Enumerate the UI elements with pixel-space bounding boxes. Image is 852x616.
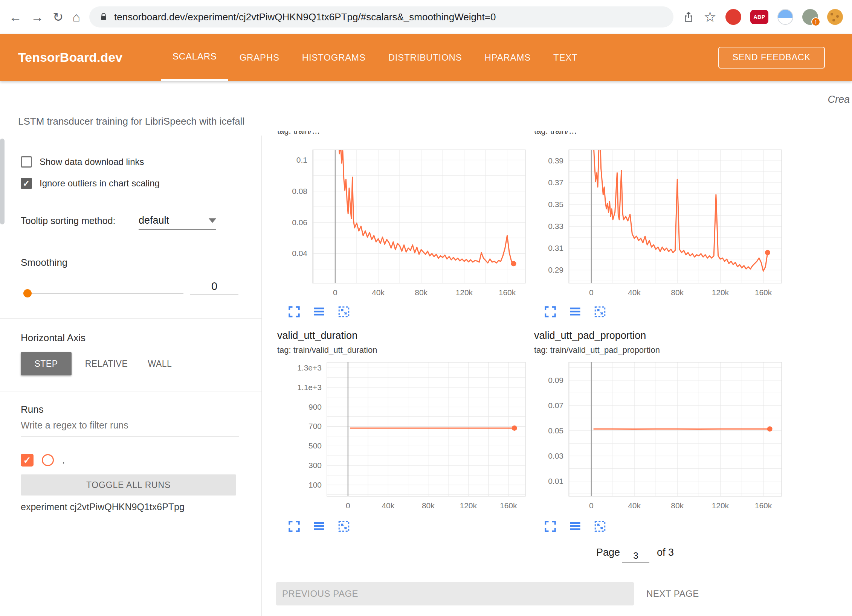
cookie-extension-icon[interactable] [827, 9, 843, 25]
checkbox-label: Ignore outliers in chart scaling [40, 178, 160, 189]
forward-icon[interactable]: → [31, 11, 44, 23]
run-row[interactable]: ✓ . [21, 454, 65, 467]
fit-domain-icon[interactable] [593, 520, 607, 533]
previous-page-button[interactable]: PREVIOUS PAGE [276, 582, 634, 605]
svg-text:80k: 80k [671, 501, 684, 510]
expand-chart-icon[interactable] [287, 520, 301, 533]
bookmark-star-icon[interactable]: ☆ [704, 10, 716, 24]
cookie-dot [831, 13, 833, 15]
tab-scalars[interactable]: SCALARS [161, 34, 228, 81]
axis-wall-button[interactable]: WALL [140, 352, 180, 375]
profile-badge: 1 [811, 17, 820, 26]
chart-tag: tag: train/valid_utt_duration [277, 345, 377, 355]
svg-text:0.01: 0.01 [548, 477, 563, 485]
send-feedback-button[interactable]: SEND FEEDBACK [718, 47, 825, 69]
tab-distributions[interactable]: DISTRIBUTIONS [377, 34, 473, 81]
run-color-swatch-icon [42, 454, 54, 466]
expand-chart-icon[interactable] [287, 305, 301, 319]
page-of-label: of 3 [657, 547, 674, 558]
tooltip-sort-dropdown[interactable]: default [139, 215, 216, 230]
blue-extension-icon[interactable] [777, 9, 793, 25]
svg-text:1.3e+3: 1.3e+3 [297, 363, 322, 372]
view-run-data-icon[interactable] [568, 305, 582, 319]
tooltip-sort-label: Tooltip sorting method: [21, 215, 116, 226]
check-icon: ✓ [23, 455, 31, 466]
fit-domain-icon[interactable] [593, 305, 607, 319]
url-bar[interactable]: tensorboard.dev/experiment/cj2vtPiwQHKN9… [89, 6, 673, 27]
svg-text:120k: 120k [712, 501, 729, 510]
svg-text:80k: 80k [415, 288, 428, 297]
svg-text:120k: 120k [712, 288, 729, 297]
axis-step-button[interactable]: STEP [21, 352, 72, 375]
svg-text:0.37: 0.37 [548, 178, 563, 187]
run-name: . [62, 454, 65, 466]
svg-text:40k: 40k [372, 288, 385, 297]
main-nav: SCALARS GRAPHS HISTOGRAMS DISTRIBUTIONS … [161, 34, 589, 81]
brand-logo[interactable]: TensorBoard.dev [18, 50, 142, 65]
scalar-chart-1[interactable]: 040k80k120k160k0.040.060.080.1 [256, 143, 535, 301]
svg-text:0.05: 0.05 [548, 426, 563, 435]
adblock-extension-icon[interactable] [725, 9, 741, 25]
svg-text:0: 0 [333, 288, 337, 297]
page-number-input[interactable]: 3 [622, 547, 649, 563]
svg-text:0.29: 0.29 [548, 265, 563, 274]
experiment-title: LSTM transducer training for LibriSpeech… [18, 116, 244, 127]
scalar-chart-4[interactable]: 040k80k120k160k0.010.030.050.070.09 [512, 355, 791, 514]
dropdown-arrow-icon [209, 218, 216, 223]
chart-1-toolbar [287, 305, 351, 319]
chart-4-header: valid_utt_pad_proportion tag: train/vali… [534, 330, 660, 355]
svg-text:0.35: 0.35 [548, 200, 563, 209]
share-icon[interactable] [683, 11, 695, 23]
scalar-chart-2[interactable]: 040k80k120k160k0.290.310.330.350.370.39 [512, 143, 791, 301]
show-download-links-checkbox[interactable]: Show data download links [21, 156, 144, 168]
tab-hparams[interactable]: HPARAMS [473, 34, 542, 81]
svg-text:0.06: 0.06 [292, 218, 307, 227]
abp-extension-icon[interactable]: ABP [750, 10, 768, 24]
svg-text:0: 0 [346, 501, 350, 510]
next-page-button[interactable]: NEXT PAGE [640, 582, 705, 605]
experiment-id-label: experiment cj2vtPiwQHKN9Q1tx6PTpg [21, 502, 185, 512]
svg-text:0: 0 [589, 288, 594, 297]
scalar-chart-3[interactable]: 040k80k120k160k1003005007009001.1e+31.3e… [256, 355, 535, 514]
view-run-data-icon[interactable] [312, 305, 326, 319]
axis-relative-button[interactable]: RELATIVE [79, 352, 134, 375]
browser-chrome: ← → ↻ ⌂ tensorboard.dev/experiment/cj2vt… [0, 0, 852, 34]
expand-chart-icon[interactable] [544, 520, 557, 533]
runs-filter-input[interactable] [21, 420, 239, 436]
svg-text:160k: 160k [755, 288, 772, 297]
toggle-all-runs-button[interactable]: TOGGLE ALL RUNS [21, 474, 236, 496]
back-icon[interactable]: ← [9, 11, 22, 23]
fit-domain-icon[interactable] [337, 520, 351, 533]
view-run-data-icon[interactable] [568, 520, 582, 533]
app-header: TensorBoard.dev SCALARS GRAPHS HISTOGRAM… [0, 34, 852, 81]
svg-text:0.08: 0.08 [292, 187, 307, 195]
clipped-right-text: Crea [828, 94, 850, 105]
svg-text:0.33: 0.33 [548, 222, 563, 230]
expand-chart-icon[interactable] [544, 305, 557, 319]
svg-text:0.09: 0.09 [548, 376, 563, 384]
ignore-outliers-checkbox[interactable]: ✓ Ignore outliers in chart scaling [21, 178, 160, 189]
view-run-data-icon[interactable] [312, 520, 326, 533]
smoothing-slider-thumb[interactable] [23, 289, 32, 297]
profile-avatar[interactable]: 1 [802, 9, 818, 25]
home-icon[interactable]: ⌂ [73, 11, 81, 23]
tab-graphs[interactable]: GRAPHS [228, 34, 291, 81]
fit-domain-icon[interactable] [337, 305, 351, 319]
chart-tag: tag: train/valid_utt_pad_proportion [534, 345, 660, 355]
svg-text:900: 900 [308, 403, 322, 411]
svg-text:120k: 120k [460, 501, 477, 510]
run-checkbox-checked-icon[interactable]: ✓ [21, 454, 34, 467]
svg-text:40k: 40k [382, 501, 394, 510]
svg-text:40k: 40k [628, 501, 641, 510]
reload-icon[interactable]: ↻ [53, 11, 64, 23]
tab-text[interactable]: TEXT [542, 34, 589, 81]
sidebar-scrollbar[interactable] [0, 139, 5, 224]
url-text: tensorboard.dev/experiment/cj2vtPiwQHKN9… [114, 11, 496, 23]
divider [0, 242, 262, 242]
smoothing-slider-track[interactable] [26, 293, 183, 294]
tab-histograms[interactable]: HISTOGRAMS [291, 34, 377, 81]
svg-text:40k: 40k [628, 288, 641, 297]
svg-text:0: 0 [589, 501, 594, 510]
smoothing-value-input[interactable]: 0 [190, 276, 238, 294]
svg-text:100: 100 [308, 480, 322, 489]
